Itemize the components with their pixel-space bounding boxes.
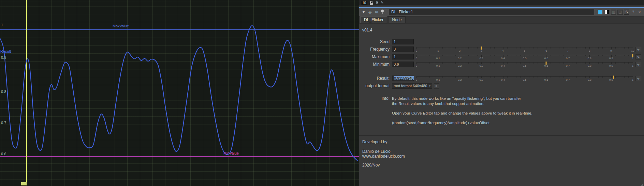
slider-minor-tick <box>490 63 491 64</box>
animation-curve-icon[interactable]: ∿ <box>635 47 641 52</box>
grid-icon[interactable]: ▦ <box>611 10 616 15</box>
slider-marker[interactable] <box>613 76 614 79</box>
lightbulb-icon[interactable] <box>380 9 386 15</box>
info-label: Info: <box>361 96 392 130</box>
sync-button[interactable]: S <box>624 10 629 15</box>
slider-tick-label: 0.2 <box>458 78 462 81</box>
animation-curve-icon[interactable]: ∿ <box>635 54 641 59</box>
result-input[interactable]: 0.91159248 <box>392 76 414 81</box>
slider-tick-label: 4 <box>502 49 503 52</box>
close-panel-icon[interactable]: × <box>637 9 642 15</box>
postage-stamp-toggle[interactable] <box>605 10 609 14</box>
split-view-icon[interactable]: ◫ <box>617 10 623 15</box>
slider-minor-tick <box>559 55 559 56</box>
slider-tick-label: 7 <box>567 49 569 52</box>
slider-minor-tick <box>520 63 521 64</box>
slider-tick-label: 9 <box>610 49 612 52</box>
result-slider[interactable]: 00.10.20.30.40.50.60.70.80.91 <box>416 75 633 81</box>
clear-panels-icon[interactable]: ✖ <box>376 1 378 5</box>
slider-minor-tick <box>564 48 564 49</box>
maximum-slider[interactable]: 00.10.20.30.40.50.60.70.80.91 <box>416 54 633 60</box>
center-node-icon[interactable]: ⊞ <box>374 9 379 15</box>
slider-tick-label: 0.7 <box>566 64 570 67</box>
info-section: Info: By default, this node works like a… <box>361 96 641 130</box>
y-axis-tick-07: 0.7 <box>1 121 6 125</box>
slider-minor-tick <box>477 48 478 49</box>
max-panels-input[interactable]: 10 <box>361 1 367 5</box>
slider-minor-tick <box>434 77 434 78</box>
flicker-curve[interactable] <box>0 26 357 161</box>
slider-minor-tick <box>594 48 594 49</box>
focus-node-icon[interactable]: ◎ <box>367 9 373 15</box>
slider-minor-tick <box>499 77 499 78</box>
slider-marker[interactable] <box>546 62 547 65</box>
lock-icon[interactable] <box>370 1 373 5</box>
slider-minor-tick <box>499 48 499 49</box>
node-menu-button[interactable]: ▼ <box>361 9 366 15</box>
frequency-slider[interactable]: 012345678910 <box>416 46 633 52</box>
slider-minor-tick <box>598 48 599 49</box>
curve-editor-canvas[interactable]: 1 0.9 0.8 0.7 0.6 Result MaxValue MinVal… <box>0 0 359 186</box>
output-format-dropdown[interactable]: root.format 640x480 ▾ <box>392 83 432 89</box>
slider-minor-tick <box>429 63 430 64</box>
output-format-value: root.format 640x480 <box>394 84 427 88</box>
y-axis-tick-06: 0.6 <box>1 152 6 156</box>
node-color-swatch[interactable] <box>598 10 602 14</box>
slider-minor-tick <box>499 55 499 56</box>
result-selected-text: 0.91159248 <box>394 76 414 80</box>
slider-minor-tick <box>529 63 529 64</box>
properties-bin-toolbar: 10 ✖ ✎ <box>359 0 644 5</box>
seed-label: Seed <box>361 39 392 44</box>
format-options-icon[interactable]: ≡ <box>434 83 439 89</box>
slider-tick-label: 0 <box>416 57 417 60</box>
minimum-row: Minimum 0.6 00.10.20.30.40.50.60.70.80.9… <box>361 61 641 68</box>
pencil-icon[interactable]: ✎ <box>381 1 384 5</box>
slider-minor-tick <box>520 77 521 78</box>
node-name-field[interactable]: DL_Flicker1 <box>389 9 594 15</box>
slider-minor-tick <box>624 48 625 49</box>
resize-grip-icon[interactable]: ◢ <box>640 183 643 186</box>
slider-marker[interactable] <box>481 46 482 50</box>
slider-minor-tick <box>628 77 629 78</box>
y-axis-tick-1: 1 <box>1 23 3 27</box>
slider-minor-tick <box>451 48 451 49</box>
slider-tick-label: 0.4 <box>501 78 505 81</box>
slider-minor-tick <box>602 48 603 49</box>
slider-minor-tick <box>425 48 425 49</box>
slider-minor-tick <box>512 77 512 78</box>
help-icon[interactable]: ? <box>630 9 636 15</box>
slider-minor-tick <box>564 77 564 78</box>
seed-input[interactable]: 1 <box>392 39 414 44</box>
slider-tick-label: 0 <box>416 78 417 81</box>
minimum-input[interactable]: 0.6 <box>392 62 414 67</box>
slider-minor-tick <box>555 77 555 78</box>
slider-minor-tick <box>425 55 425 56</box>
slider-minor-tick <box>455 63 456 64</box>
slider-tick-label: 0.2 <box>458 57 462 60</box>
slider-tick-label: 0.4 <box>501 64 505 67</box>
output-format-row: output format root.format 640x480 ▾ ≡ <box>361 82 641 89</box>
slider-minor-tick <box>533 55 533 56</box>
slider-minor-tick <box>494 77 495 78</box>
slider-minor-tick <box>451 77 451 78</box>
properties-panel: 10 ✖ ✎ ▼ ◎ ⊞ DL_Flicker1 ▦ ◫ S ? × <box>359 0 644 186</box>
slider-minor-tick <box>516 77 516 78</box>
minimum-slider[interactable]: 00.10.20.30.40.50.60.70.80.91 <box>416 61 633 67</box>
seed-row: Seed 1 <box>361 38 641 45</box>
slider-minor-tick <box>447 48 447 49</box>
slider-minor-tick <box>559 48 559 49</box>
slider-minor-tick <box>602 77 603 78</box>
slider-minor-tick <box>572 77 572 78</box>
animation-curve-icon[interactable]: ∿ <box>635 62 641 67</box>
maximum-input[interactable]: 1 <box>392 54 414 59</box>
slider-minor-tick <box>615 48 616 49</box>
animation-curve-icon[interactable]: ∿ <box>635 76 641 81</box>
slider-minor-tick <box>538 63 538 64</box>
tab-dl-flicker[interactable]: DL_Flicker <box>360 16 387 23</box>
y-axis-tick-08: 0.8 <box>1 90 6 94</box>
slider-minor-tick <box>507 48 508 49</box>
slider-minor-tick <box>516 55 516 56</box>
slider-marker[interactable] <box>632 54 633 57</box>
frequency-input[interactable]: 3 <box>392 46 414 52</box>
tab-node[interactable]: Node <box>388 16 406 23</box>
